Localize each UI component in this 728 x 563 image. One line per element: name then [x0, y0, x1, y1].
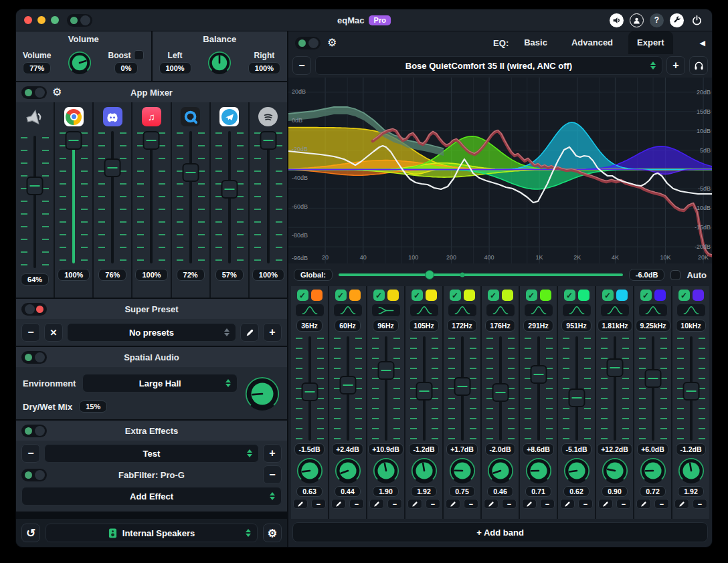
band-gain-slider-thumb[interactable] [339, 376, 356, 395]
band-gain-value[interactable]: -1.2dB [409, 443, 438, 455]
band-gain-slider[interactable] [294, 336, 325, 441]
volume-knob[interactable] [67, 50, 92, 76]
band-edit-button[interactable] [407, 499, 422, 509]
dry-wet-mix-value[interactable]: 15% [79, 401, 107, 413]
band-q-knob[interactable] [639, 457, 667, 485]
eq-preset-add-button[interactable]: + [666, 56, 685, 75]
volume-icon[interactable] [610, 13, 624, 27]
band-q-value[interactable]: 0.75 [449, 486, 474, 497]
eq-device-dropdown[interactable]: Bose QuietComfort 35 II (wired, ANC off) [315, 56, 662, 75]
band-frequency-value[interactable]: 9.25kHz [636, 320, 670, 332]
band-color-swatch[interactable] [578, 290, 589, 301]
chrome-volume-slider[interactable] [58, 131, 89, 263]
band-q-value[interactable]: 0.46 [487, 486, 513, 497]
band-remove-button[interactable]: − [654, 499, 669, 509]
band-gain-value[interactable]: -1.5dB [294, 443, 324, 455]
band-q-value[interactable]: 0.62 [563, 486, 589, 497]
band-edit-button[interactable] [674, 499, 689, 509]
telegram-volume-value[interactable]: 57% [215, 269, 244, 281]
band-remove-button[interactable]: − [387, 499, 402, 509]
band-filter-type-button[interactable] [600, 304, 630, 317]
band-color-swatch[interactable] [502, 290, 513, 301]
band-gain-slider[interactable] [447, 336, 478, 441]
balance-left-value[interactable]: 100% [159, 62, 191, 74]
band-gain-slider[interactable] [561, 336, 592, 441]
band-remove-button[interactable]: − [426, 499, 440, 509]
chrome-volume-value[interactable]: 100% [58, 269, 90, 281]
band-enabled-checkbox[interactable]: ✓ [602, 290, 614, 301]
band-remove-button[interactable]: − [311, 499, 326, 509]
global-gain-value[interactable]: -6.0dB [629, 269, 665, 281]
band-enabled-checkbox[interactable]: ✓ [640, 290, 652, 301]
band-filter-type-button[interactable] [676, 304, 706, 317]
band-q-value[interactable]: 0.72 [640, 486, 665, 497]
band-frequency-value[interactable]: 10kHz [676, 320, 705, 332]
band-q-knob[interactable] [563, 457, 591, 485]
tab-advanced[interactable]: Advanced [563, 31, 622, 54]
preset-add-button[interactable]: + [263, 323, 282, 342]
band-frequency-value[interactable]: 96Hz [373, 320, 399, 332]
band-q-value[interactable]: 1.92 [678, 486, 703, 497]
wrench-icon[interactable] [670, 13, 684, 27]
band-filter-type-button[interactable] [410, 304, 439, 317]
discord-volume-slider[interactable] [97, 131, 128, 263]
tab-basic[interactable]: Basic [515, 31, 556, 54]
band-edit-button[interactable] [293, 499, 308, 509]
band-enabled-checkbox[interactable]: ✓ [297, 290, 308, 301]
spotify-volume-slider[interactable] [253, 131, 284, 263]
spatial-mix-knob[interactable] [244, 376, 280, 412]
quicktime-volume-slider-thumb[interactable] [182, 163, 199, 182]
band-q-value[interactable]: 1.92 [411, 486, 436, 497]
band-gain-slider-thumb[interactable] [682, 382, 699, 401]
help-icon[interactable]: ? [650, 13, 664, 27]
preset-clear-button[interactable]: ✕ [44, 323, 63, 342]
effect-preset-add-button[interactable]: + [263, 444, 282, 463]
band-gain-slider-thumb[interactable] [530, 365, 547, 384]
band-enabled-checkbox[interactable]: ✓ [488, 290, 499, 301]
band-enabled-checkbox[interactable]: ✓ [678, 290, 690, 301]
band-edit-button[interactable] [331, 499, 346, 509]
band-enabled-checkbox[interactable]: ✓ [373, 290, 385, 301]
band-frequency-value[interactable]: 60Hz [335, 320, 361, 332]
system-audio-volume-slider-thumb[interactable] [27, 177, 43, 195]
global-gain-slider[interactable] [339, 273, 623, 276]
band-gain-slider-thumb[interactable] [454, 377, 470, 396]
band-gain-value[interactable]: +1.7dB [446, 443, 478, 455]
band-edit-button[interactable] [369, 499, 384, 509]
band-remove-button[interactable]: − [693, 499, 707, 509]
close-window-button[interactable] [24, 16, 32, 24]
band-edit-button[interactable] [446, 499, 460, 509]
band-filter-type-button[interactable] [448, 304, 477, 317]
spotify-volume-value[interactable]: 100% [252, 269, 284, 281]
band-q-value[interactable]: 0.90 [602, 486, 627, 497]
eq-enable-toggle[interactable] [295, 37, 321, 49]
volume-value[interactable]: 77% [23, 62, 51, 74]
zoom-window-button[interactable] [51, 16, 59, 24]
apple-music-volume-value[interactable]: 100% [135, 269, 167, 281]
add-effect-dropdown[interactable]: Add Effect [21, 487, 282, 505]
band-filter-type-button[interactable] [562, 304, 592, 317]
effect-enable-toggle[interactable] [21, 469, 47, 481]
band-remove-button[interactable]: − [349, 499, 364, 509]
band-gain-slider[interactable] [523, 336, 554, 441]
band-q-knob[interactable] [525, 457, 553, 485]
collapse-panel-arrow[interactable]: ◀ [700, 39, 705, 47]
band-filter-type-button[interactable] [371, 304, 401, 317]
band-enabled-checkbox[interactable]: ✓ [412, 290, 423, 301]
band-gain-value[interactable]: +12.2dB [597, 443, 632, 455]
band-color-swatch[interactable] [616, 290, 628, 301]
band-q-knob[interactable] [677, 457, 705, 485]
eq-preset-remove-button[interactable]: − [292, 56, 311, 75]
band-gain-slider[interactable] [333, 336, 363, 441]
tab-expert[interactable]: Expert [628, 31, 672, 54]
band-filter-type-button[interactable] [638, 304, 668, 317]
band-gain-value[interactable]: -5.1dB [561, 443, 591, 455]
band-gain-slider-thumb[interactable] [644, 369, 661, 388]
chrome-volume-slider-thumb[interactable] [66, 131, 82, 150]
band-frequency-value[interactable]: 105Hz [409, 320, 438, 332]
global-enable-toggle[interactable] [67, 14, 92, 27]
band-remove-button[interactable]: − [540, 499, 555, 509]
discord-volume-slider-thumb[interactable] [104, 158, 121, 177]
reset-button[interactable]: ↺ [21, 524, 40, 542]
band-gain-slider[interactable] [371, 336, 401, 441]
